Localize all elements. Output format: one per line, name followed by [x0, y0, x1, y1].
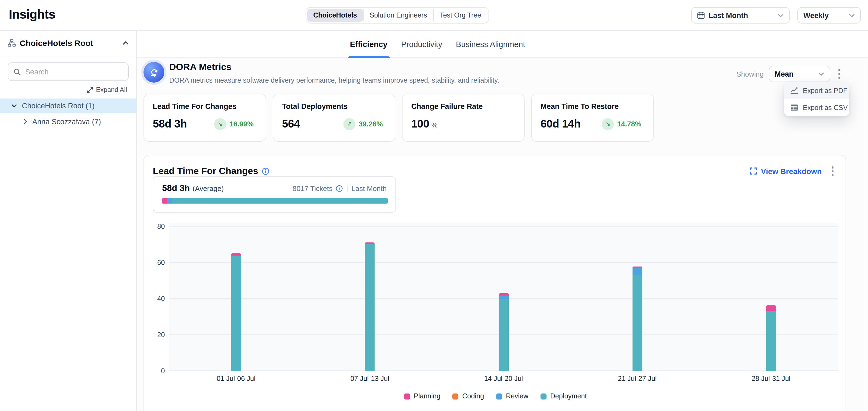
calendar-icon [697, 11, 705, 19]
tree-item-choicehotels-root[interactable]: ChoiceHotels Root (1) [0, 99, 136, 113]
search-input[interactable] [25, 68, 123, 76]
chart-bar-1[interactable] [231, 253, 241, 371]
chart-bar-segment-deployment[interactable] [499, 299, 508, 371]
card-title: Mean Time To Restore [540, 102, 645, 110]
chart-bar-3[interactable] [499, 293, 508, 371]
chart-bar-5[interactable] [766, 305, 776, 371]
x-axis: 01 Jul-06 Jul07 Jul-13 Jul14 Jul-20 Jul2… [153, 373, 838, 385]
card-total-deployments: Total Deployments 564 ↗ 39.26% [273, 94, 395, 142]
legend-item-deployment[interactable]: Deployment [540, 392, 587, 400]
x-axis-label-3: 14 Jul-20 Jul [484, 375, 523, 382]
average-label: (Average) [192, 184, 224, 192]
tab-label: Productivity [401, 40, 442, 49]
legend-item-planning[interactable]: Planning [404, 392, 440, 400]
progress-segment-deployment [172, 198, 388, 204]
org-tab-choicehotels[interactable]: ChoiceHotels [307, 9, 363, 22]
info-icon[interactable] [262, 168, 270, 175]
dora-title: DORA Metrics [169, 62, 499, 73]
period-select[interactable]: Last Month [691, 7, 790, 24]
card-title: Change Failure Rate [411, 102, 515, 110]
trend-badge: ↘ 16.99% [214, 118, 253, 130]
y-tick-label-40: 40 [157, 295, 165, 303]
tree-item-anna-scozzafava[interactable]: Anna Scozzafava (7) [0, 114, 136, 129]
dora-metrics-header: DORA Metrics DORA metrics measure softwa… [144, 61, 499, 84]
active-tab-indicator [348, 56, 390, 58]
showing-controls: Showing Mean [736, 66, 843, 82]
granularity-select-value: Weekly [803, 11, 829, 20]
chart-bar-2[interactable] [365, 242, 375, 371]
period-label: Last Month [351, 184, 386, 192]
chart-bar-segment-planning[interactable] [365, 242, 375, 244]
chart-bar-segment-deployment[interactable] [632, 276, 642, 371]
lead-time-section: Lead Time For Changes View Breakdown [144, 155, 846, 411]
tab-efficiency[interactable]: Efficiency [349, 31, 388, 58]
org-tab-test-org-tree[interactable]: Test Org Tree [434, 9, 487, 22]
chart-bar-segment-deployment[interactable] [766, 311, 776, 371]
legend-label: Coding [462, 392, 484, 400]
chart-legend: PlanningCodingReviewDeployment [153, 392, 838, 400]
legend-swatch-deployment [540, 393, 547, 399]
separator: | [346, 184, 348, 192]
progress-segment-review [167, 198, 172, 204]
dora-kebab-menu-button[interactable] [835, 67, 843, 81]
org-tab-solution-engineers[interactable]: Solution Engineers [364, 9, 433, 22]
metric-cards-row: Lead Time For Changes 58d 3h ↘ 16.99% To… [144, 94, 654, 142]
metric-tabbar: Efficiency Productivity Business Alignme… [137, 31, 868, 58]
chart-bar-segment-deployment[interactable] [231, 255, 241, 371]
sidebar-header[interactable]: ChoiceHotels Root [0, 31, 136, 55]
table-icon [790, 103, 799, 112]
chart-plot [169, 223, 838, 371]
chart-line-plus-icon [790, 87, 799, 95]
period-select-value: Last Month [709, 11, 748, 20]
chart-bar-segment-planning[interactable] [231, 253, 241, 255]
sidebar: ChoiceHotels Root Expand All [0, 31, 137, 411]
card-mean-time-to-restore: Mean Time To Restore 60d 14h ↘ 14.78% [531, 94, 654, 142]
chart-bar-segment-review[interactable] [632, 268, 642, 276]
trend-up-arrow-icon: ↗ [343, 118, 355, 130]
tree-item-label: Anna Scozzafava (7) [32, 117, 101, 126]
y-tick-label-20: 20 [157, 331, 165, 339]
chevron-right-icon[interactable] [24, 119, 27, 124]
legend-swatch-coding [452, 393, 458, 399]
x-axis-label-4: 21 Jul-27 Jul [618, 375, 657, 382]
showing-select[interactable]: Mean [769, 66, 830, 82]
chevron-up-icon[interactable] [123, 41, 129, 45]
trend-badge: ↘ 14.78% [602, 118, 641, 130]
x-axis-label-1: 01 Jul-06 Jul [217, 375, 255, 382]
expand-diagonal-icon [87, 87, 93, 93]
tab-business-alignment[interactable]: Business Alignment [455, 31, 526, 58]
view-breakdown-button[interactable]: View Breakdown [750, 167, 822, 176]
chart-bar-segment-review[interactable] [499, 296, 508, 299]
card-title: Lead Time For Changes [153, 102, 257, 110]
chart-bar-4[interactable] [632, 267, 642, 371]
org-tab-group: ChoiceHotels Solution Engineers Test Org… [306, 7, 489, 24]
trend-down-arrow-icon: ↘ [602, 118, 614, 130]
chart-bar-segment-planning[interactable] [766, 305, 776, 311]
menu-item-export-pdf[interactable]: Export as PDF [784, 82, 849, 99]
showing-select-value: Mean [775, 70, 794, 78]
trend-badge: ↗ 39.26% [343, 118, 383, 130]
legend-item-coding[interactable]: Coding [452, 392, 484, 400]
gridline-80 [169, 226, 838, 227]
granularity-select[interactable]: Weekly [797, 7, 861, 24]
chevron-down-icon [818, 72, 824, 76]
x-axis-label-2: 07 Jul-13 Jul [350, 375, 390, 382]
legend-item-review[interactable]: Review [496, 392, 528, 400]
dora-cycle-icon [144, 62, 164, 83]
y-tick-label-60: 60 [157, 259, 165, 267]
menu-item-export-csv[interactable]: Export as CSV [784, 99, 849, 116]
tab-productivity[interactable]: Productivity [401, 31, 443, 58]
trend-percent: 14.78% [617, 120, 641, 128]
expand-all-button[interactable]: Expand All [0, 81, 136, 94]
sidebar-search [8, 62, 129, 81]
chart-bar-segment-deployment[interactable] [365, 244, 375, 371]
card-value: 60d 14h [540, 118, 581, 130]
phase-progress-bar [162, 198, 388, 204]
chart-bar-segment-planning[interactable] [499, 293, 508, 296]
chart-kebab-menu-button[interactable] [828, 164, 837, 178]
org-tree-icon [8, 39, 16, 47]
scrollbar-track[interactable] [866, 31, 866, 411]
info-icon[interactable] [336, 185, 343, 192]
card-value: 564 [282, 118, 300, 130]
chevron-down-icon[interactable] [11, 104, 17, 107]
